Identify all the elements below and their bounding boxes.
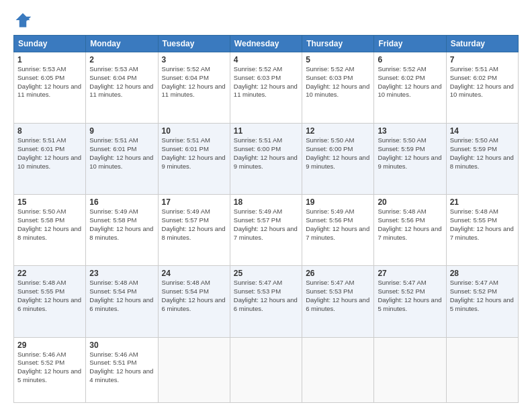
day-number: 4 — [234, 55, 298, 64]
calendar-cell — [446, 337, 518, 402]
weekday-header-wednesday: Wednesday — [230, 36, 302, 52]
day-info: Sunrise: 5:50 AMSunset: 5:59 PMDaylight:… — [450, 136, 515, 171]
calendar-cell: 26Sunrise: 5:47 AMSunset: 5:53 PMDayligh… — [302, 266, 374, 337]
calendar-cell: 24Sunrise: 5:48 AMSunset: 5:54 PMDayligh… — [158, 266, 230, 337]
calendar-cell: 1Sunrise: 5:53 AMSunset: 6:05 PMDaylight… — [14, 52, 86, 124]
weekday-header-monday: Monday — [86, 36, 158, 52]
calendar-cell: 30Sunrise: 5:46 AMSunset: 5:51 PMDayligh… — [86, 337, 158, 402]
calendar-cell: 4Sunrise: 5:52 AMSunset: 6:03 PMDaylight… — [230, 52, 302, 124]
calendar-cell: 16Sunrise: 5:49 AMSunset: 5:58 PMDayligh… — [86, 195, 158, 266]
day-number: 26 — [306, 269, 370, 278]
svg-marker-2 — [26, 17, 31, 21]
weekday-header-row: SundayMondayTuesdayWednesdayThursdayFrid… — [14, 36, 519, 52]
day-info: Sunrise: 5:48 AMSunset: 5:55 PMDaylight:… — [17, 279, 82, 313]
day-info: Sunrise: 5:51 AMSunset: 6:02 PMDaylight:… — [450, 65, 515, 99]
logo-icon — [13, 11, 32, 30]
day-number: 13 — [378, 126, 442, 136]
day-info: Sunrise: 5:51 AMSunset: 6:01 PMDaylight:… — [17, 136, 82, 171]
calendar-cell: 5Sunrise: 5:52 AMSunset: 6:03 PMDaylight… — [302, 52, 374, 124]
day-number: 3 — [162, 55, 226, 64]
day-number: 27 — [378, 269, 442, 278]
calendar-cell: 23Sunrise: 5:48 AMSunset: 5:54 PMDayligh… — [86, 266, 158, 337]
day-number: 29 — [17, 340, 82, 350]
day-info: Sunrise: 5:53 AMSunset: 6:04 PMDaylight:… — [89, 65, 154, 99]
day-number: 5 — [306, 55, 370, 64]
calendar-cell: 25Sunrise: 5:47 AMSunset: 5:53 PMDayligh… — [230, 266, 302, 337]
day-info: Sunrise: 5:46 AMSunset: 5:51 PMDaylight:… — [89, 351, 154, 385]
day-info: Sunrise: 5:52 AMSunset: 6:03 PMDaylight:… — [234, 65, 298, 99]
day-info: Sunrise: 5:52 AMSunset: 6:02 PMDaylight:… — [378, 65, 442, 99]
calendar-week-2: 8Sunrise: 5:51 AMSunset: 6:01 PMDaylight… — [14, 124, 519, 195]
day-number: 21 — [450, 197, 515, 207]
calendar-week-4: 22Sunrise: 5:48 AMSunset: 5:55 PMDayligh… — [14, 266, 519, 337]
calendar-cell: 13Sunrise: 5:50 AMSunset: 5:59 PMDayligh… — [374, 124, 446, 195]
logo — [13, 11, 35, 30]
day-info: Sunrise: 5:47 AMSunset: 5:52 PMDaylight:… — [378, 279, 442, 313]
calendar-cell: 22Sunrise: 5:48 AMSunset: 5:55 PMDayligh… — [14, 266, 86, 337]
day-info: Sunrise: 5:51 AMSunset: 6:00 PMDaylight:… — [234, 136, 298, 171]
calendar-cell: 9Sunrise: 5:51 AMSunset: 6:01 PMDaylight… — [86, 124, 158, 195]
day-number: 14 — [450, 126, 515, 136]
day-number: 11 — [234, 126, 298, 136]
weekday-header-tuesday: Tuesday — [158, 36, 230, 52]
calendar-cell: 12Sunrise: 5:50 AMSunset: 6:00 PMDayligh… — [302, 124, 374, 195]
day-info: Sunrise: 5:50 AMSunset: 6:00 PMDaylight:… — [306, 136, 370, 171]
day-info: Sunrise: 5:51 AMSunset: 6:01 PMDaylight:… — [89, 136, 154, 171]
weekday-header-sunday: Sunday — [14, 36, 86, 52]
calendar-cell: 29Sunrise: 5:46 AMSunset: 5:52 PMDayligh… — [14, 337, 86, 402]
calendar-cell: 19Sunrise: 5:49 AMSunset: 5:56 PMDayligh… — [302, 195, 374, 266]
day-number: 9 — [89, 126, 154, 136]
day-info: Sunrise: 5:48 AMSunset: 5:56 PMDaylight:… — [378, 208, 442, 242]
day-number: 7 — [450, 55, 515, 64]
day-info: Sunrise: 5:52 AMSunset: 6:04 PMDaylight:… — [162, 65, 226, 99]
day-number: 1 — [17, 55, 82, 64]
calendar-cell — [374, 337, 446, 402]
day-number: 24 — [162, 269, 226, 278]
day-number: 20 — [378, 197, 442, 207]
weekday-header-thursday: Thursday — [302, 36, 374, 52]
day-info: Sunrise: 5:50 AMSunset: 5:59 PMDaylight:… — [378, 136, 442, 171]
svg-marker-1 — [16, 13, 30, 28]
day-info: Sunrise: 5:48 AMSunset: 5:54 PMDaylight:… — [162, 279, 226, 313]
calendar-cell: 27Sunrise: 5:47 AMSunset: 5:52 PMDayligh… — [374, 266, 446, 337]
day-number: 16 — [89, 197, 154, 207]
calendar-cell: 14Sunrise: 5:50 AMSunset: 5:59 PMDayligh… — [446, 124, 518, 195]
day-info: Sunrise: 5:49 AMSunset: 5:56 PMDaylight:… — [306, 208, 370, 242]
day-number: 8 — [17, 126, 82, 136]
day-number: 22 — [17, 269, 82, 278]
day-number: 28 — [450, 269, 515, 278]
day-info: Sunrise: 5:51 AMSunset: 6:01 PMDaylight:… — [162, 136, 226, 171]
calendar-cell: 15Sunrise: 5:50 AMSunset: 5:58 PMDayligh… — [14, 195, 86, 266]
day-number: 17 — [162, 197, 226, 207]
calendar-cell: 28Sunrise: 5:47 AMSunset: 5:52 PMDayligh… — [446, 266, 518, 337]
day-number: 19 — [306, 197, 370, 207]
day-info: Sunrise: 5:47 AMSunset: 5:52 PMDaylight:… — [450, 279, 515, 313]
day-number: 6 — [378, 55, 442, 64]
calendar-week-5: 29Sunrise: 5:46 AMSunset: 5:52 PMDayligh… — [14, 337, 519, 402]
calendar-cell: 20Sunrise: 5:48 AMSunset: 5:56 PMDayligh… — [374, 195, 446, 266]
calendar-cell — [302, 337, 374, 402]
day-number: 23 — [89, 269, 154, 278]
day-number: 15 — [17, 197, 82, 207]
calendar-cell: 3Sunrise: 5:52 AMSunset: 6:04 PMDaylight… — [158, 52, 230, 124]
calendar-cell: 21Sunrise: 5:48 AMSunset: 5:55 PMDayligh… — [446, 195, 518, 266]
calendar-cell — [158, 337, 230, 402]
day-info: Sunrise: 5:49 AMSunset: 5:58 PMDaylight:… — [89, 208, 154, 242]
page: SundayMondayTuesdayWednesdayThursdayFrid… — [0, 0, 532, 411]
calendar-cell: 17Sunrise: 5:49 AMSunset: 5:57 PMDayligh… — [158, 195, 230, 266]
calendar-cell: 6Sunrise: 5:52 AMSunset: 6:02 PMDaylight… — [374, 52, 446, 124]
day-info: Sunrise: 5:48 AMSunset: 5:54 PMDaylight:… — [89, 279, 154, 313]
day-number: 12 — [306, 126, 370, 136]
day-number: 18 — [234, 197, 298, 207]
top-section — [13, 11, 519, 30]
calendar-week-3: 15Sunrise: 5:50 AMSunset: 5:58 PMDayligh… — [14, 195, 519, 266]
day-info: Sunrise: 5:50 AMSunset: 5:58 PMDaylight:… — [17, 208, 82, 242]
day-info: Sunrise: 5:48 AMSunset: 5:55 PMDaylight:… — [450, 208, 515, 242]
day-number: 30 — [89, 340, 154, 350]
calendar-cell: 8Sunrise: 5:51 AMSunset: 6:01 PMDaylight… — [14, 124, 86, 195]
day-info: Sunrise: 5:49 AMSunset: 5:57 PMDaylight:… — [234, 208, 298, 242]
day-info: Sunrise: 5:52 AMSunset: 6:03 PMDaylight:… — [306, 65, 370, 99]
calendar-cell: 7Sunrise: 5:51 AMSunset: 6:02 PMDaylight… — [446, 52, 518, 124]
day-info: Sunrise: 5:49 AMSunset: 5:57 PMDaylight:… — [162, 208, 226, 242]
day-number: 2 — [89, 55, 154, 64]
